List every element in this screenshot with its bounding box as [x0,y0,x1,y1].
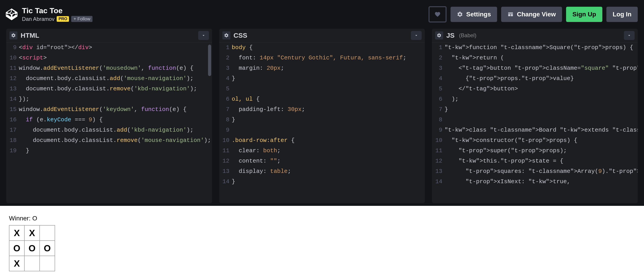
code-line[interactable]: "t-kw">function "t-classname">Square("t-… [444,42,638,53]
line-number: 12 [432,156,442,166]
board-square[interactable]: X [9,256,25,271]
line-number: 10 [219,135,230,146]
code-line[interactable]: } [444,104,638,115]
code-line[interactable]: <"t-tag">button "t-prop">className="squa… [444,63,638,73]
change-view-button-label: Change View [517,11,556,18]
line-number: 4 [219,73,230,84]
board-square[interactable]: O [40,240,55,256]
board-square[interactable]: O [24,240,40,256]
js-editor-panel: JS (Babel) 1234567891011121314 "t-kw">fu… [432,29,638,203]
code-line[interactable]: <div id="root"></div> [19,42,212,53]
code-line[interactable]: body { [232,42,425,53]
html-code-body[interactable]: 910111213141516171819 <div id="root"></d… [6,42,212,203]
code-line[interactable]: document.body.classList.add('kbd-navigat… [19,125,212,135]
love-button[interactable] [428,6,446,23]
line-number: 8 [432,115,442,125]
code-line[interactable]: "t-kw">return ( [444,53,638,63]
line-number: 14 [219,176,230,187]
css-settings-button[interactable] [222,31,230,40]
change-view-button[interactable]: Change View [501,7,562,22]
css-code-lines[interactable]: body { font: 14px "Century Gothic", Futu… [232,42,425,203]
follow-button[interactable]: + Follow [71,16,92,22]
pro-badge: PRO [57,16,69,22]
code-line[interactable]: "t-prop">squares: "t-classname">Array(9)… [444,166,638,176]
code-line[interactable]: "t-kw">class "t-classname">Board "t-kw">… [444,125,638,135]
header-actions: Settings Change View Sign Up Log In [428,6,638,23]
js-code-body[interactable]: 1234567891011121314 "t-kw">function "t-c… [432,42,638,203]
code-line[interactable]: padding-left: 30px; [232,104,425,115]
css-gutter: 1234567891011121314 [219,42,232,203]
board-square[interactable] [40,225,55,241]
line-number: 9 [219,125,230,135]
line-number: 12 [6,73,16,84]
line-number: 9 [6,42,16,53]
board-square[interactable]: O [9,240,25,256]
chevron-down-icon [627,33,632,38]
board-square[interactable] [24,256,40,271]
signup-button[interactable]: Sign Up [566,7,602,22]
line-number: 7 [219,104,230,115]
code-line[interactable]: .board-row:after { [232,135,425,146]
js-code-lines[interactable]: "t-kw">function "t-classname">Square("t-… [444,42,638,203]
html-scrollbar-thumb[interactable] [208,45,211,76]
pen-title-block: Tic Tac Toe Dan Abramov PRO + Follow [22,7,92,22]
code-line[interactable]: display: table; [232,166,425,176]
code-line[interactable]: margin: 20px; [232,63,425,73]
code-line[interactable] [232,125,425,135]
code-line[interactable]: <script> [19,53,212,63]
line-number: 1 [219,42,230,53]
html-code-lines[interactable]: <div id="root"></div><script>window.addE… [19,42,212,203]
board-square[interactable] [40,256,55,271]
line-number: 10 [6,53,16,63]
html-settings-button[interactable] [10,31,18,40]
pen-author[interactable]: Dan Abramov [22,16,54,22]
login-button[interactable]: Log In [606,7,638,22]
line-number: 11 [219,146,230,156]
js-settings-button[interactable] [435,31,443,40]
code-line[interactable]: document.body.classList.add('mouse-navig… [19,73,212,84]
code-line[interactable] [232,84,425,94]
code-line[interactable]: document.body.classList.remove('kbd-navi… [19,84,212,94]
code-line[interactable]: content: ""; [232,156,425,166]
code-line[interactable]: } [232,176,425,187]
line-number: 10 [432,135,442,146]
line-number: 9 [432,125,442,135]
code-line[interactable]: if (e.keyCode === 9) { [19,115,212,125]
code-line[interactable]: ); [444,94,638,104]
code-line[interactable]: "t-prop">xIsNext: "t-kw">true, [444,176,638,187]
line-number: 2 [219,53,230,63]
css-editor-head: CSS [219,29,425,42]
settings-button[interactable]: Settings [450,7,497,22]
js-editor-menu-button[interactable] [624,31,634,40]
code-line[interactable]: window.addEventListener('keydown', funct… [19,104,212,115]
html-editor-head: HTML [6,29,212,42]
codepen-logo[interactable] [4,9,20,20]
code-line[interactable]: </"t-tag">button> [444,84,638,94]
code-line[interactable] [444,115,638,125]
html-editor-menu-button[interactable] [198,31,209,40]
code-line[interactable]: }); [19,94,212,104]
css-editor-menu-button[interactable] [411,31,422,40]
js-editor-subtitle: (Babel) [459,32,476,39]
code-line[interactable]: font: 14px "Century Gothic", Futura, san… [232,53,425,63]
code-line[interactable]: } [232,115,425,125]
code-line[interactable]: clear: both; [232,146,425,156]
code-line[interactable]: document.body.classList.remove('mouse-na… [19,135,212,146]
code-line[interactable]: } [19,146,212,156]
code-line[interactable]: "t-kw">constructor("t-prop">props) { [444,135,638,146]
chevron-down-icon [201,33,206,38]
css-code-body[interactable]: 1234567891011121314 body { font: 14px "C… [219,42,425,203]
line-number: 14 [6,94,16,104]
code-line[interactable]: } [232,73,425,84]
line-number: 14 [432,176,442,187]
signup-button-label: Sign Up [572,11,596,18]
line-number: 1 [432,42,442,53]
code-line[interactable]: ol, ul { [232,94,425,104]
code-line[interactable]: {"t-prop">props."t-prop">value} [444,73,638,84]
code-line[interactable]: "t-prop">super("t-prop">props); [444,146,638,156]
line-number: 6 [219,94,230,104]
board-square[interactable]: X [9,225,25,241]
board-square[interactable]: X [24,225,40,241]
code-line[interactable]: "t-kw">this."t-prop">state = { [444,156,638,166]
code-line[interactable]: window.addEventListener('mousedown', fun… [19,63,212,73]
